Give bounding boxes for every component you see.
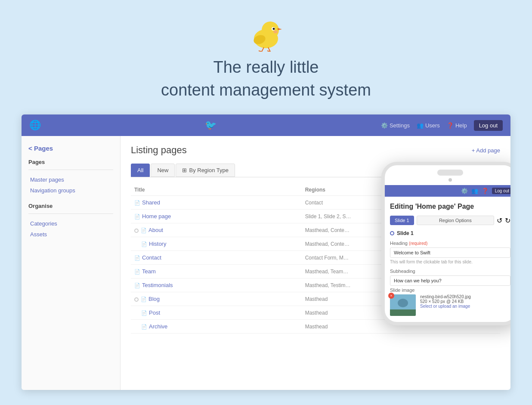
topnav-right: ⚙️ Settings 👥 Users ❓ Help Log out — [381, 120, 503, 131]
users-link[interactable]: 👥 Users — [417, 122, 440, 129]
tab-new[interactable]: New — [151, 164, 175, 177]
page-link[interactable]: Team — [142, 268, 156, 275]
phone-section-dot — [390, 231, 394, 235]
svg-point-1 — [262, 22, 279, 39]
users-icon: 👥 — [417, 122, 424, 129]
page-link[interactable]: Testimonials — [142, 282, 173, 288]
phone-tabs: Slide 1 Region Options ↺ ↻ — [390, 216, 510, 225]
phone-heading-input[interactable] — [390, 247, 510, 258]
sidebar-item-assets[interactable]: Assets — [28, 229, 113, 240]
page-link[interactable]: Archive — [149, 323, 167, 330]
phone-subheading-input[interactable] — [390, 275, 510, 286]
topnav-bird-icon: 🐦 — [205, 120, 217, 131]
svg-line-6 — [262, 47, 264, 52]
svg-point-4 — [273, 28, 275, 30]
sidebar-divider-1 — [28, 170, 113, 170]
hero-title: The really little content management sys… — [161, 56, 371, 102]
phone-users-icon: 👥 — [471, 188, 478, 194]
grid-icon: ⊞ — [182, 167, 187, 173]
phone-image-info: nesting-bird-w520h520.jpg 520 × 520 px @… — [420, 294, 471, 309]
content-header: Listing pages + Add page — [131, 145, 500, 156]
phone-image-thumb-wrapper: × — [390, 294, 416, 316]
tabs-left: All New ⊞ By Region Type — [131, 164, 235, 177]
phone-image-thumb — [390, 294, 416, 316]
svg-point-14 — [398, 299, 408, 307]
page-link[interactable]: Post — [149, 309, 160, 316]
page-title: Listing pages — [131, 145, 187, 156]
phone-subheading-group: Subheading — [390, 269, 510, 288]
tab-all[interactable]: All — [131, 164, 150, 177]
phone-heading-group: Heading (required) This will form the cl… — [390, 241, 510, 264]
topnav: 🌐 🐦 ⚙️ Settings 👥 Users ❓ Help Log out — [22, 114, 510, 136]
svg-line-8 — [259, 51, 262, 52]
sidebar: < Pages Pages Master pages Navigation gr… — [22, 136, 121, 390]
phone-page-title: Editing 'Home page' Page — [390, 203, 510, 210]
phone-heading-label: Heading (required) — [390, 241, 510, 246]
hero-section: The really little content management sys… — [0, 0, 532, 114]
phone-mockup: ⚙️ 👥 ❓ Log out Editing 'Home page' Page … — [381, 162, 510, 325]
svg-marker-5 — [278, 28, 282, 30]
phone-heading-hint: This will form the clickable tab for thi… — [390, 260, 510, 264]
sidebar-item-navigation-groups[interactable]: Navigation groups — [28, 185, 113, 196]
phone-subheading-label: Subheading — [390, 269, 510, 274]
sidebar-organise-title: Organise — [28, 203, 113, 209]
phone-slide-image-label: Slide image — [390, 288, 510, 293]
phone-help-icon: ❓ — [482, 188, 489, 194]
phone-section-label: Slide 1 — [397, 230, 414, 236]
phone-content: Editing 'Home page' Page Slide 1 Region … — [385, 197, 510, 322]
page-link[interactable]: History — [149, 241, 166, 247]
help-icon: ❓ — [447, 122, 454, 129]
gear-icon: ⚙️ — [381, 122, 388, 129]
page-link[interactable]: Contact — [142, 254, 161, 261]
content-area: Listing pages + Add page All New ⊞ By Re… — [121, 136, 510, 390]
sidebar-pages-title: Pages — [28, 159, 113, 165]
phone-image-link[interactable]: Select or upload an image — [420, 304, 471, 309]
tab-by-region-type[interactable]: ⊞ By Region Type — [176, 164, 235, 177]
hero-bird-icon — [247, 13, 285, 52]
svg-point-12 — [273, 31, 278, 34]
phone-tab-slide1[interactable]: Slide 1 — [390, 216, 414, 225]
phone-gear-icon: ⚙️ — [461, 188, 468, 194]
col-title: Title — [131, 184, 302, 196]
phone-topnav: ⚙️ 👥 ❓ Log out — [385, 185, 510, 197]
phone-logout-button[interactable]: Log out — [492, 188, 510, 194]
sidebar-item-categories[interactable]: Categories — [28, 218, 113, 229]
logout-button[interactable]: Log out — [474, 120, 503, 131]
page-link[interactable]: Home page — [142, 213, 171, 220]
svg-rect-15 — [390, 309, 416, 316]
phone-dot — [448, 178, 452, 182]
globe-icon[interactable]: 🌐 — [29, 120, 41, 131]
main-area: < Pages Pages Master pages Navigation gr… — [22, 136, 510, 390]
cms-panel: 🌐 🐦 ⚙️ Settings 👥 Users ❓ Help Log out < — [22, 114, 510, 390]
phone-refresh-icons: ↺ ↻ — [497, 216, 510, 225]
topnav-center: 🐦 — [41, 120, 381, 131]
phone-tab-region-options[interactable]: Region Options — [417, 216, 494, 225]
phone-section-slide1: Slide 1 — [390, 230, 510, 236]
back-to-pages[interactable]: < Pages — [28, 145, 113, 152]
add-page-button[interactable]: + Add page — [472, 147, 500, 154]
settings-link[interactable]: ⚙️ Settings — [381, 122, 410, 129]
page-link[interactable]: About — [148, 227, 163, 233]
sidebar-item-master-pages[interactable]: Master pages — [28, 174, 113, 185]
phone-image-section: × nesting-bird-w520h520.jpg 520 × 520 px… — [390, 294, 510, 316]
page-link[interactable]: Shared — [142, 199, 160, 206]
phone-refresh-icon-1[interactable]: ↺ — [497, 216, 502, 225]
help-link[interactable]: ❓ Help — [447, 122, 467, 129]
phone-refresh-icon-2[interactable]: ↻ — [505, 216, 510, 225]
page-link[interactable]: Blog — [148, 296, 160, 302]
sidebar-divider-2 — [28, 213, 113, 214]
phone-speaker — [437, 170, 463, 176]
